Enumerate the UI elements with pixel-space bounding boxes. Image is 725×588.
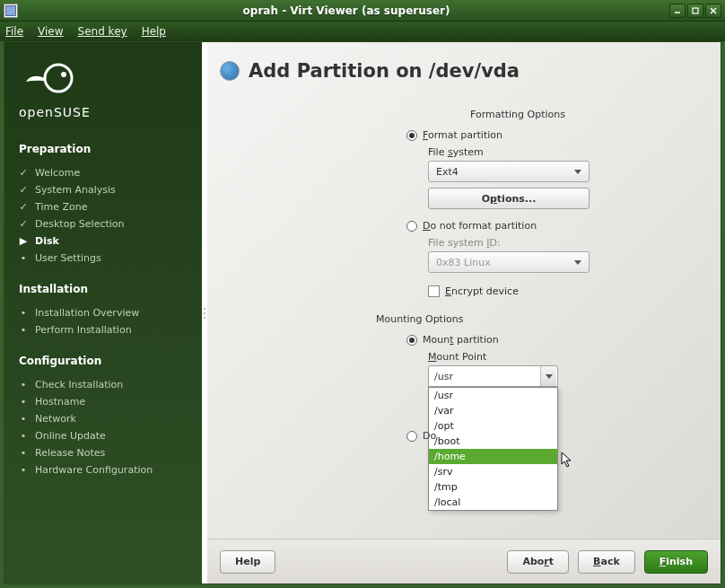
svg-point-5 bbox=[45, 65, 72, 92]
minimize-button[interactable] bbox=[669, 4, 686, 18]
abort-button[interactable]: Abort bbox=[507, 550, 569, 574]
radio-icon[interactable] bbox=[406, 335, 417, 346]
bullet-icon: • bbox=[19, 430, 28, 442]
bullet-icon: • bbox=[19, 252, 28, 264]
mouse-cursor-icon bbox=[561, 452, 575, 470]
sidebar-item-release-notes[interactable]: •Release Notes bbox=[19, 444, 188, 461]
encrypt-row[interactable]: Encrypt device bbox=[428, 285, 685, 297]
formatting-options-label: Formatting Options bbox=[351, 109, 685, 120]
installer-sidebar: openSUSE Preparation ✓Welcome ✓System An… bbox=[4, 42, 202, 584]
dropdown-option-home[interactable]: /home bbox=[429, 449, 557, 464]
do-not-mount-radio-row[interactable]: Do bbox=[406, 430, 436, 442]
sidebar-item-system-analysis[interactable]: ✓System Analysis bbox=[19, 181, 188, 198]
sidebar-item-timezone[interactable]: ✓Time Zone bbox=[19, 198, 188, 215]
radio-icon[interactable] bbox=[406, 221, 417, 232]
svg-rect-0 bbox=[5, 5, 15, 15]
sidebar-item-online-update[interactable]: •Online Update bbox=[19, 427, 188, 444]
check-icon: ✓ bbox=[19, 218, 28, 230]
sidebar-item-user-settings[interactable]: •User Settings bbox=[19, 250, 188, 267]
mount-point-combo-wrap: /usr /usr /var /opt /boot /home /srv /tm… bbox=[428, 365, 558, 387]
finish-button[interactable]: Finish bbox=[644, 550, 708, 574]
menu-help[interactable]: Help bbox=[142, 25, 166, 38]
fsid-value: 0x83 Linux bbox=[436, 257, 491, 268]
sidebar-heading-preparation: Preparation bbox=[19, 143, 188, 155]
sidebar-section-configuration: Configuration •Check Installation •Hostn… bbox=[19, 355, 188, 478]
chevron-down-icon bbox=[574, 260, 581, 265]
format-partition-radio-row[interactable]: Format partition bbox=[406, 129, 685, 141]
fsid-label: File system ID: bbox=[428, 237, 685, 249]
sidebar-heading-installation: Installation bbox=[19, 283, 188, 295]
sidebar-section-installation: Installation •Installation Overview •Per… bbox=[19, 283, 188, 338]
dropdown-option-srv[interactable]: /srv bbox=[429, 464, 557, 479]
page-header: Add Partition on /dev/vda bbox=[207, 42, 721, 109]
sidebar-item-hostname[interactable]: •Hostname bbox=[19, 393, 188, 410]
opensuse-logo: openSUSE bbox=[19, 62, 188, 119]
sidebar-section-preparation: Preparation ✓Welcome ✓System Analysis ✓T… bbox=[19, 143, 188, 267]
close-button[interactable] bbox=[705, 4, 721, 18]
sidebar-item-installation-overview[interactable]: •Installation Overview bbox=[19, 304, 188, 321]
menu-sendkey[interactable]: Send key bbox=[78, 25, 127, 38]
globe-icon bbox=[220, 61, 240, 81]
dropdown-option-local[interactable]: /local bbox=[429, 495, 557, 510]
arrow-right-icon: ▶ bbox=[19, 235, 28, 247]
help-button[interactable]: Help bbox=[220, 550, 275, 574]
main-content: Add Partition on /dev/vda Formatting Opt… bbox=[207, 42, 721, 584]
sidebar-item-desktop-selection[interactable]: ✓Desktop Selection bbox=[19, 215, 188, 233]
back-button[interactable]: Back bbox=[578, 550, 635, 574]
partition-form: Formatting Options Format partition File… bbox=[207, 109, 721, 539]
mount-partition-label: Mount partition bbox=[423, 334, 499, 346]
svg-rect-2 bbox=[693, 8, 698, 13]
check-icon: ✓ bbox=[19, 184, 28, 196]
sidebar-item-welcome[interactable]: ✓Welcome bbox=[19, 164, 188, 181]
radio-icon[interactable] bbox=[406, 130, 417, 141]
check-icon: ✓ bbox=[19, 167, 28, 179]
noformat-partition-radio-row[interactable]: Do not format partition bbox=[406, 220, 685, 232]
sidebar-item-disk[interactable]: ▶Disk bbox=[19, 233, 188, 250]
dropdown-option-boot[interactable]: /boot bbox=[429, 434, 557, 449]
menubar: File View Send key Help bbox=[0, 22, 725, 41]
dropdown-option-tmp[interactable]: /tmp bbox=[429, 479, 557, 495]
noformat-label: Do not format partition bbox=[423, 220, 537, 232]
mount-partition-radio-row[interactable]: Mount partition bbox=[406, 334, 685, 346]
mount-point-label: Mount Point bbox=[428, 351, 685, 363]
chevron-down-icon bbox=[546, 374, 553, 379]
menu-file[interactable]: File bbox=[5, 25, 23, 38]
mounting-options-label: Mounting Options bbox=[376, 313, 685, 325]
bullet-icon: • bbox=[19, 379, 28, 391]
menu-view[interactable]: View bbox=[38, 25, 63, 38]
fsid-combo: 0x83 Linux bbox=[428, 251, 590, 273]
svg-point-6 bbox=[61, 72, 66, 77]
window-titlebar: oprah - Virt Viewer (as superuser) bbox=[0, 0, 725, 22]
page-title: Add Partition on /dev/vda bbox=[249, 60, 520, 82]
sidebar-item-perform-installation[interactable]: •Perform Installation bbox=[19, 321, 188, 338]
fs-options-button[interactable]: Options... bbox=[428, 188, 590, 209]
filesystem-value: Ext4 bbox=[436, 166, 459, 178]
bullet-icon: • bbox=[19, 324, 28, 336]
mount-point-combo[interactable]: /usr bbox=[428, 365, 558, 387]
encrypt-label: Encrypt device bbox=[445, 285, 519, 297]
do-not-mount-label-partial: Do bbox=[423, 430, 436, 442]
bullet-icon: • bbox=[19, 307, 28, 319]
viewer-content: openSUSE Preparation ✓Welcome ✓System An… bbox=[4, 41, 721, 584]
dropdown-option-opt[interactable]: /opt bbox=[429, 418, 557, 434]
format-partition-label: Format partition bbox=[423, 129, 502, 141]
window-icon bbox=[4, 4, 18, 18]
bullet-icon: • bbox=[19, 464, 28, 476]
sidebar-item-check-installation[interactable]: •Check Installation bbox=[19, 376, 188, 393]
maximize-button[interactable] bbox=[687, 4, 703, 18]
radio-icon[interactable] bbox=[406, 431, 417, 442]
mount-point-dropdown: /usr /var /opt /boot /home /srv /tmp /lo… bbox=[428, 387, 558, 511]
filesystem-label: File system bbox=[428, 146, 685, 158]
filesystem-combo[interactable]: Ext4 bbox=[428, 161, 590, 182]
dropdown-option-var[interactable]: /var bbox=[429, 403, 557, 418]
dropdown-option-usr[interactable]: /usr bbox=[429, 388, 557, 403]
mount-point-value: /usr bbox=[434, 371, 453, 382]
window-title: oprah - Virt Viewer (as superuser) bbox=[23, 4, 669, 17]
bullet-icon: • bbox=[19, 447, 28, 459]
sidebar-item-hardware-configuration[interactable]: •Hardware Configuration bbox=[19, 461, 188, 478]
checkbox-icon[interactable] bbox=[428, 285, 440, 297]
sidebar-heading-configuration: Configuration bbox=[19, 355, 188, 367]
dropdown-button[interactable] bbox=[540, 366, 556, 386]
sidebar-item-network[interactable]: •Network bbox=[19, 410, 188, 427]
check-icon: ✓ bbox=[19, 201, 28, 213]
